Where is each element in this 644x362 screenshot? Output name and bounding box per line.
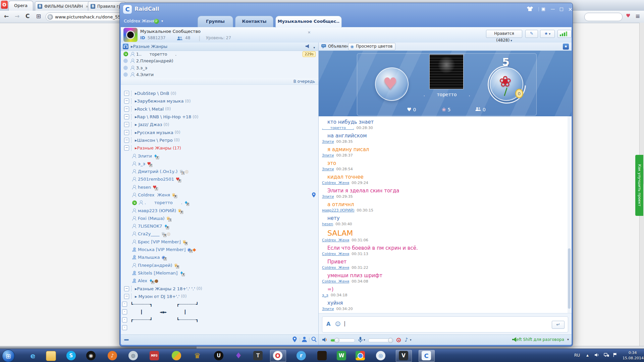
mic-slider[interactable] <box>368 339 393 342</box>
enqueue-link[interactable]: В очередь <box>121 78 318 85</box>
people-stat[interactable]: 0 <box>475 107 486 113</box>
crystal-app-icon[interactable]: ♦ <box>234 351 243 360</box>
member-row[interactable]: Дмитрий (.Он1у.)♛1◍ <box>121 168 318 175</box>
audio-app-icon[interactable]: ♪ <box>108 351 117 360</box>
mic-knob[interactable] <box>388 338 393 343</box>
skin-icon[interactable] <box>526 6 534 12</box>
collapse-toggle[interactable]: · <box>122 317 127 322</box>
message-sender-link[interactable]: Coldrex Женя <box>322 265 349 270</box>
collapse-toggle[interactable]: − <box>124 130 129 135</box>
green-app-icon[interactable]: W <box>337 351 346 360</box>
view-colors-button[interactable]: ❀ Просмотр цветов <box>348 43 395 50</box>
decorative-channel-row[interactable]: · <box>121 324 318 331</box>
profile-avatar[interactable] <box>429 54 464 89</box>
world-of-tanks-icon[interactable]: T <box>253 351 263 360</box>
rose-orb[interactable]: ❀ 0 <box>490 67 523 101</box>
decorative-channel-row[interactable]: ·┗┄┄┄┄┄┄┄┓ ┏┄┄┄┄┄┄┄┛ <box>121 300 318 308</box>
mic-dropdown-icon[interactable]: ▾ <box>364 338 365 342</box>
member-list-icon[interactable] <box>302 337 307 344</box>
member-row[interactable]: Skitels ⟦Meloman⟧♦1 <box>121 269 318 277</box>
queue-item[interactable]: ◂1.. торетто .229s <box>121 51 318 58</box>
community-gift-icon[interactable]: ★ <box>563 44 569 50</box>
ule-app-icon[interactable]: U <box>214 351 223 360</box>
status-dropdown-icon[interactable]: ▾ <box>161 19 163 23</box>
mediaget-icon[interactable] <box>172 351 181 360</box>
channel-row[interactable]: −▸ Музон от DJ 18+'.'(0) <box>121 293 318 300</box>
opera-menu-button[interactable]: Opera <box>8 1 33 11</box>
member-row[interactable]: Плеер(андрей)♛5 <box>121 261 318 269</box>
member-row[interactable]: Foxi (Миша)♛1 <box>121 215 318 222</box>
collapse-toggle[interactable]: − <box>124 294 129 299</box>
favorite-button[interactable]: ★▾ <box>540 30 555 38</box>
like-button[interactable]: Нравится (4828)▾ <box>486 30 522 38</box>
archive-app-icon[interactable]: ◍ <box>128 351 138 360</box>
collapse-toggle[interactable]: · <box>122 309 127 314</box>
queue-item[interactable]: 4.Элити <box>121 71 318 78</box>
raidcall-bubble-icon[interactable]: r <box>297 351 306 360</box>
game-crest-icon[interactable]: ♛ <box>193 351 202 360</box>
skype-icon[interactable]: S <box>66 351 76 360</box>
channel-row[interactable]: −▸ Jazz/ Джаз(0) <box>121 121 318 128</box>
send-button[interactable]: ↵ <box>552 321 565 329</box>
member-row[interactable]: 7LISENOK7♦5 <box>121 222 318 230</box>
member-row[interactable]: Alex♦5● <box>121 277 318 285</box>
opera-logo-icon[interactable]: O <box>1 1 8 9</box>
music-icon[interactable]: ♪ <box>405 337 408 343</box>
chat-messages[interactable]: кто нибудь знает. торетто .00:28:30на ан… <box>319 116 567 313</box>
volume-slider[interactable] <box>330 339 355 342</box>
message-sender-link[interactable]: Coldrex Женя <box>322 181 349 185</box>
collapse-toggle[interactable]: − <box>124 145 129 150</box>
microphone-icon[interactable] <box>358 337 363 344</box>
member-row[interactable]: Брюс ⌈VIP Member⌋♛5 <box>121 238 318 246</box>
back-icon[interactable]: ← <box>4 13 9 19</box>
address-bar[interactable]: ◍ www.pictureshack.ru/done_5570 <box>46 12 124 21</box>
online-status-icon[interactable]: ✓ <box>154 19 159 24</box>
dark-game-icon[interactable] <box>317 351 327 360</box>
message-sender-link[interactable]: . торетто . <box>322 126 354 130</box>
start-button-icon[interactable]: ⊞ <box>2 350 15 362</box>
font-icon[interactable]: A <box>326 321 330 327</box>
member-row[interactable]: ◂. торетто .♦2 <box>121 199 318 206</box>
member-row[interactable]: 2501rembo2501♥5 <box>121 175 318 183</box>
scrollbar-thumb[interactable] <box>568 248 571 309</box>
maximize-icon[interactable]: □ <box>558 6 565 11</box>
queue-item[interactable]: 2.Плеер(андрей) <box>121 58 318 65</box>
raidcall-icon[interactable]: C <box>422 351 431 360</box>
music-dropdown-icon[interactable]: ▾ <box>410 338 412 342</box>
torrent-app-icon[interactable]: ◎ <box>376 351 385 360</box>
mp3-app-icon[interactable]: MP3 <box>150 351 159 360</box>
message-sender-link[interactable]: Coldrex Женя <box>322 252 349 256</box>
heart-icon[interactable]: ♥ <box>626 13 630 19</box>
channel-row[interactable]: −▸Русская музыка(0) <box>121 128 318 136</box>
eye-app-icon[interactable]: ◉ <box>86 351 96 360</box>
channel-row[interactable]: −▸Rap \ RNB \ Hip-Hop +18(0) <box>121 113 318 121</box>
message-sender-link[interactable]: Coldrex Женя <box>322 238 349 242</box>
member-row[interactable]: hesen♥1 <box>121 183 318 191</box>
push-to-talk-label[interactable]: Left Shift для разговора <box>514 337 564 342</box>
member-row[interactable]: ϶_϶♥2 <box>121 160 318 168</box>
collapse-toggle[interactable]: − <box>124 107 129 112</box>
queue-item[interactable]: 3.϶_϶ <box>121 64 318 71</box>
channel-row[interactable]: −▸Зарубежная музыка(0) <box>121 97 318 105</box>
member-row[interactable]: Моська ⌈VIP Member⌋◉3◆ <box>121 246 318 253</box>
tray-flag-icon[interactable] <box>613 353 618 358</box>
message-sender-link[interactable]: Элити <box>322 139 334 144</box>
channel-row[interactable]: −▸DubStep \ DnB(0) <box>121 89 318 97</box>
locate-icon[interactable] <box>292 337 297 344</box>
group-avatar[interactable] <box>123 28 138 42</box>
channel-row[interactable]: −▸Разные Жанры(17) <box>121 144 318 152</box>
internet-explorer-icon[interactable]: e <box>28 351 38 360</box>
close-icon[interactable]: × <box>567 6 573 12</box>
chrome-icon[interactable] <box>356 351 365 360</box>
self-username[interactable]: Coldrex Женя <box>124 18 155 23</box>
collapse-toggle[interactable]: − <box>124 122 129 127</box>
message-sender-link[interactable]: ϶_϶ <box>322 293 328 297</box>
member-row[interactable]: Элити♦1 <box>121 152 318 160</box>
hearts-stat[interactable]: ♥0 <box>407 107 416 113</box>
decorative-channel-row[interactable]: · ┃ ◄◆► ┃ <box>121 308 318 316</box>
tray-network-icon[interactable] <box>604 353 609 358</box>
reload-icon[interactable]: C <box>25 13 30 19</box>
popout-icon[interactable]: ▣ <box>540 6 547 11</box>
search-input[interactable] <box>584 13 623 21</box>
message-sender-link[interactable]: Элити <box>322 307 334 311</box>
